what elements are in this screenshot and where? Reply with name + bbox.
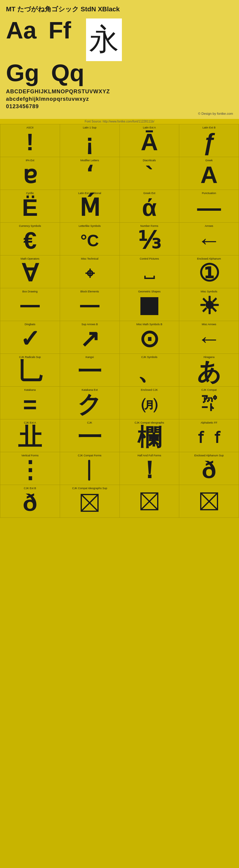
cell-latin1sup: Latin 1 Sup ¡ [60,124,120,157]
glyph-miscmathb: ⊙ [139,326,159,352]
sample-display: Aa Ff 永 Gg Qq [6,19,233,85]
cell-label-cjkcompatideographsup: CJK Compat Ideographs Sup [61,487,118,490]
glyph-cjkcompat: ㌀ [201,392,217,417]
glyph-enclosedal: ① [198,260,220,286]
cell-empty1 [120,485,180,518]
sample-row-1: Aa Ff 永 [6,19,122,61]
cell-hiragana: Hiragana あ [179,354,239,386]
glyph-katakanaext: ク [77,392,102,417]
cell-blockelements: Block Elements [60,288,120,321]
alphabet-lower: abcdefghijklmnopqrstuvwxyz [6,95,233,103]
glyph-blockelements [80,293,100,319]
glyph-verticalforms: ⋮ [18,457,42,483]
glyph-hiragana: あ [197,359,221,385]
cell-alphabeticff: Alphabetic FF ｆｆ [179,420,239,452]
glyph-numberforms: ⅓ [138,227,161,254]
glyph-currency: € [23,227,37,254]
cell-ascii: ASCII ! [0,124,60,157]
cell-label-blockelements: Block Elements [61,290,118,293]
glyph-mathops: ∀ [22,260,38,286]
glyph-miscarrows: ← [197,326,221,352]
cell-ipaext: IPA Ext ɐ [0,157,60,190]
glyph-diacriticals: ` [145,162,154,188]
cell-letterlike: Letterlike Symbols °C [60,223,120,255]
glyph-controlpics: ⎵ [144,260,154,286]
glyph-suparrowsb: ↗ [80,326,100,352]
cell-diacriticals: Diacriticals ` [120,157,180,190]
glyph-empty1 [140,487,158,516]
cell-dingbats: Dingbats ✓ [0,321,60,354]
cell-cjkcompatideograph: CJK Compat Ideographs 欄 [120,420,180,452]
cell-miscmathb: Misc Math Symbols B ⊙ [120,321,180,354]
cell-label-alphabeticff: Alphabetic FF [181,421,238,425]
cell-katakanaext: Katakana Ext ク [60,386,120,420]
cell-label-letterlike: Letterlike Symbols [61,224,118,228]
sample-qq: Qq [51,61,84,85]
cell-cjkcompatideographsup: CJK Compat Ideographs Sup [60,485,120,518]
glyph-alphabeticff: ｆｆ [193,424,225,451]
cell-latinexta: Latin Ext A Ā [120,124,180,157]
glyph-latin1sup: ¡ [86,129,94,155]
cell-latinextb: Latin Ext B ƒ [179,124,239,157]
cell-kangxi: Kangxi 一 [60,354,120,386]
sample-gg: Gg [6,61,39,85]
glyph-cjksymbols: 、 [137,359,161,385]
cell-greekext: Greek Ext ά [120,190,180,223]
font-source: Font Source: http://www.fontke.com/font/… [0,119,239,124]
glyph-ascii: ! [26,129,34,155]
glyph-greek: Α [201,162,218,188]
cell-cyrillic: Cyrillic Ё [0,190,60,223]
glyph-modletters: ʻ [86,162,94,188]
glyph-enclosedalnumsup: ð [202,457,216,483]
glyph-geoshapes [140,293,158,319]
glyph-cyrillic: Ё [22,195,38,221]
glyph-cjkcompatideograph: 欄 [137,424,161,451]
cell-enclosedcjk: Enclosed CJK ㈪ [120,386,180,420]
alphabet-section: ABCDEFGHIJKLMNOPQRSTUVWXYZ abcdefghijklm… [6,88,233,111]
glyph-latinexta: Ā [141,129,158,155]
cell-cjkcompatforms: CJK Compat Forms ︱ [60,452,120,485]
cell-miscsymbols: Misc Symbols ☀ [179,288,239,321]
glyph-empty2 [200,487,218,516]
cell-cjk: CJK 一 [60,420,120,452]
cell-katakana: Katakana = [0,386,60,420]
cell-cjkextb: CJK Ext B ð [0,485,60,518]
sample-row-2: Gg Qq [6,61,122,85]
glyph-miscsymbols: ☀ [198,293,220,319]
glyph-cjkradsup: 乚 [18,359,42,385]
sample-ff: Ff [48,19,71,61]
glyph-cjkexta: 㐀 [18,424,42,451]
cell-boxdrawing: Box Drawing [0,288,60,321]
cell-label-controlpics: Control Pictures [121,257,178,260]
glyph-cjkcompatforms: ︱ [78,457,102,483]
sample-aa: Aa [6,19,36,61]
glyph-punctuation: — [197,195,221,221]
cell-label-geoshapes: Geometric Shapes [121,290,178,293]
cell-label-misctech: Misc Technical [61,257,118,260]
cell-label-enclosedcjk: Enclosed CJK [121,389,178,392]
glyph-ipaext: ɐ [23,162,37,188]
digits: 0123456789 [6,103,233,110]
font-header: MT たづがね角ゴシック StdN XBlack Aa Ff 永 Gg Qq A… [0,0,239,119]
cell-currency: Currency Symbols € [0,223,60,255]
cell-empty2 [179,485,239,518]
cell-punctuation: Punctuation — [179,190,239,223]
glyph-greekext: ά [142,195,157,221]
glyph-misctech: ⌖ [85,260,95,286]
glyph-latinextadd: Ḿ [79,195,100,221]
glyph-arrows: ← [197,227,221,254]
cell-halffullforms: Half And Full Forms ！ [120,452,180,485]
cell-enclosedalnumsup: Enclosed Alphanum Sup ð [179,452,239,485]
cell-mathops: Math Operators ∀ [0,255,60,288]
cell-controlpics: Control Pictures ⎵ [120,255,180,288]
glyph-cjkcompatideographsup [81,490,99,516]
cell-verticalforms: Vertical Forms ⋮ [0,452,60,485]
sample-chars: Aa Ff 永 Gg Qq [6,19,122,85]
cell-cjksymbols: CJK Symbols 、 [120,354,180,386]
cell-latinextadd: Latin Ext Additional Ḿ [60,190,120,223]
cell-greek: Greek Α [179,157,239,190]
kanji-display: 永 [86,19,122,61]
glyph-halffullforms: ！ [137,457,161,483]
alphabet-upper: ABCDEFGHIJKLMNOPQRSTUVWXYZ [6,88,233,95]
kanji-char: 永 [89,22,119,56]
